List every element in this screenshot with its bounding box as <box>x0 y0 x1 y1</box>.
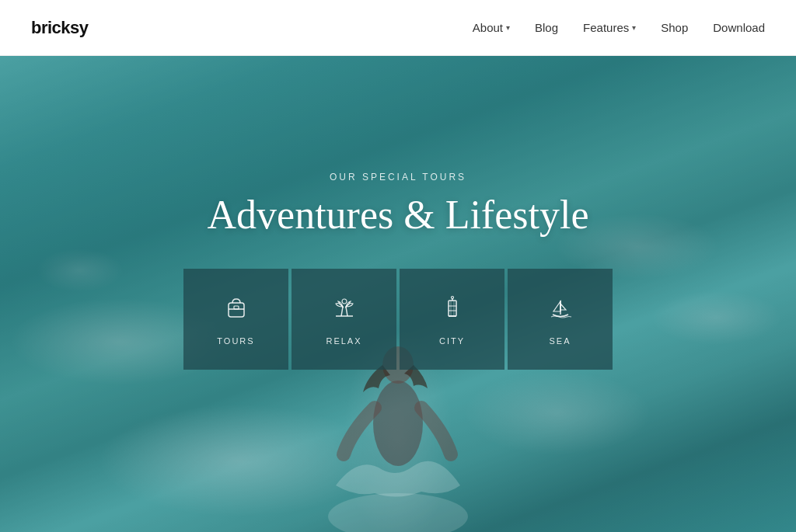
svg-point-12 <box>451 297 453 299</box>
nav-item-download[interactable]: Download <box>713 21 765 34</box>
svg-rect-10 <box>449 301 456 316</box>
city-label: CITY <box>439 336 465 346</box>
svg-point-1 <box>373 381 423 466</box>
tour-cards-row: TOURS <box>183 269 613 370</box>
nav-item-shop[interactable]: Shop <box>661 21 688 34</box>
tours-icon <box>222 293 251 327</box>
sea-icon <box>546 293 575 327</box>
nav-label-shop: Shop <box>661 21 688 34</box>
tour-card-tours[interactable]: TOURS <box>183 269 288 370</box>
hero-content: OUR SPECIAL TOURS Adventures & Lifestyle… <box>183 172 613 370</box>
site-header: bricksy About ▾ Blog Features ▾ Shop Dow… <box>0 0 796 56</box>
svg-line-6 <box>341 307 343 316</box>
svg-rect-3 <box>229 303 244 317</box>
chevron-down-icon: ▾ <box>506 23 510 32</box>
sea-label: SEA <box>549 336 571 346</box>
hero-section: OUR SPECIAL TOURS Adventures & Lifestyle… <box>0 56 796 532</box>
hero-title: Adventures & Lifestyle <box>183 192 613 238</box>
tours-label: TOURS <box>217 336 254 346</box>
city-icon <box>438 293 467 327</box>
svg-line-7 <box>346 307 347 316</box>
nav-label-about: About <box>473 21 503 34</box>
svg-point-8 <box>342 299 347 304</box>
hero-subtitle: OUR SPECIAL TOURS <box>183 172 613 183</box>
site-logo[interactable]: bricksy <box>31 18 89 38</box>
nav-item-about[interactable]: About ▾ <box>473 21 510 34</box>
chevron-down-icon-2: ▾ <box>632 23 636 32</box>
nav-item-blog[interactable]: Blog <box>535 21 558 34</box>
nav-list: About ▾ Blog Features ▾ Shop Download <box>473 21 765 34</box>
nav-label-blog: Blog <box>535 21 558 34</box>
tour-card-relax[interactable]: RELAX <box>292 269 396 370</box>
relax-label: RELAX <box>326 336 361 346</box>
nav-label-download: Download <box>713 21 765 34</box>
tour-card-sea[interactable]: SEA <box>508 269 613 370</box>
svg-point-0 <box>328 493 468 532</box>
relax-icon <box>330 293 359 327</box>
main-nav: About ▾ Blog Features ▾ Shop Download <box>473 21 765 34</box>
tour-card-city[interactable]: CITY <box>400 269 504 370</box>
nav-item-features[interactable]: Features ▾ <box>583 21 636 34</box>
nav-label-features: Features <box>583 21 629 34</box>
